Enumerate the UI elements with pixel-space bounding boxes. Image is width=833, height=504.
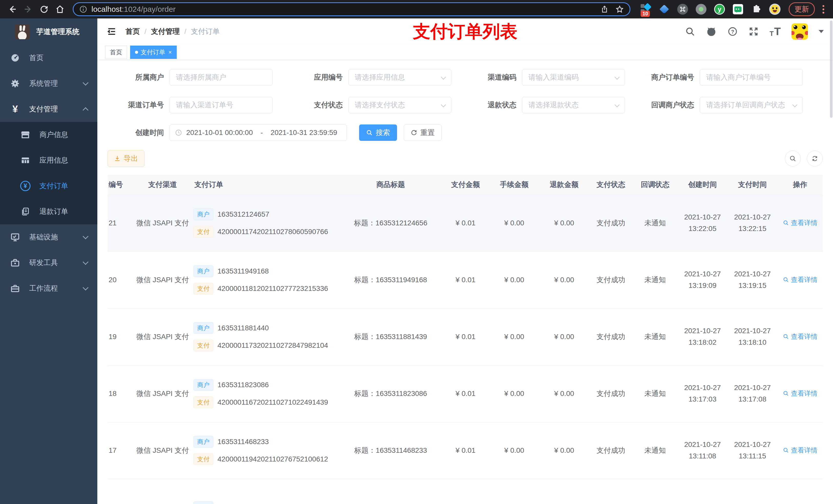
merchant-order-no: 1635311949168 <box>217 267 269 275</box>
fullscreen-icon[interactable] <box>748 26 759 37</box>
refund-status-filter-select[interactable] <box>522 97 625 113</box>
merchant-order-no-filter-input[interactable] <box>700 69 803 86</box>
extension-stack-icon[interactable]: 10 <box>640 4 651 15</box>
tab-close-icon[interactable]: × <box>168 49 172 56</box>
channel-order-no-filter-label: 渠道订单号 <box>108 100 164 110</box>
search-icon <box>783 277 789 283</box>
sidebar-item-infra[interactable]: 基础设施 <box>0 224 97 250</box>
view-detail-link[interactable]: 查看详情 <box>783 218 818 227</box>
merchant-filter-input[interactable] <box>170 69 272 86</box>
sidebar-item-app-info[interactable]: 应用信息 <box>0 147 97 173</box>
pay-status: 支付成功 <box>589 251 633 308</box>
refund-amount: ¥ 0.00 <box>539 308 589 365</box>
merchant-order-no: 1635311881440 <box>217 324 269 332</box>
sidebar-item-merchant-info[interactable]: 商户信息 <box>0 122 97 147</box>
sidebar-item-dev-tools[interactable]: 研发工具 <box>0 250 97 275</box>
pay-time: 2021-10-2713:17:08 <box>728 365 778 422</box>
search-icon[interactable] <box>685 26 695 37</box>
chat-extension-icon[interactable] <box>732 4 744 15</box>
merchant-tag: 商户 <box>193 436 213 448</box>
refund-amount <box>539 479 589 504</box>
channel-order-no-filter-input[interactable] <box>170 97 272 113</box>
topbar: 首页 / 支付管理 / 支付订单 支付订单列表 ? TT <box>97 19 833 45</box>
sidebar-item-payment[interactable]: ¥ 支付管理 <box>0 96 97 122</box>
url-bar[interactable]: localhost:1024/pay/order <box>73 2 630 16</box>
fee-amount: ¥ 0.00 <box>489 365 539 422</box>
sidebar-item-workflow[interactable]: 工作流程 <box>0 275 97 301</box>
table-row[interactable]: 18 微信 JSAPI 支付 商户 1635311823086 支付 42000… <box>108 365 823 422</box>
table-row[interactable]: 20 微信 JSAPI 支付 商户 1635311949168 支付 42000… <box>108 251 823 308</box>
profile-emoji-icon[interactable] <box>769 4 781 15</box>
pay-tag: 支付 <box>193 283 213 294</box>
channel-code-filter-select[interactable] <box>522 69 625 86</box>
col-title: 商品标题 <box>339 175 442 195</box>
grid-icon <box>20 155 31 165</box>
app-logo: 芋道管理系统 <box>0 19 97 45</box>
breadcrumb-payment[interactable]: 支付管理 <box>151 27 180 37</box>
export-button[interactable]: 导出 <box>108 150 144 167</box>
clock-icon <box>175 129 182 136</box>
pay-channel: 微信 JSAPI 支付 <box>132 195 193 251</box>
table-row[interactable]: 17 微信 JSAPI 支付 商户 1635311468233 支付 42000… <box>108 422 823 479</box>
sidebar-item-pay-order[interactable]: ¥ 支付订单 <box>0 173 97 199</box>
pay-status-filter-select[interactable] <box>348 97 451 113</box>
font-size-icon[interactable]: TT <box>769 26 781 37</box>
view-detail-link[interactable]: 查看详情 <box>783 275 818 284</box>
sidebar-item-system[interactable]: 系统管理 <box>0 71 97 96</box>
pay-status: 支付成功 <box>589 365 633 422</box>
breadcrumb-home[interactable]: 首页 <box>125 27 140 37</box>
date-range-input[interactable]: 2021-10-01 00:00:00 - 2021-10-31 23:59:5… <box>170 124 347 141</box>
view-detail-link[interactable]: 查看详情 <box>783 332 818 341</box>
briefcase-icon <box>10 284 21 293</box>
app-filter-select[interactable] <box>348 69 451 86</box>
tab-pay-order[interactable]: 支付订单 × <box>130 46 177 59</box>
tags-view: 首页 支付订单 × <box>97 45 833 60</box>
pay-time: 2021-10-2713:18:10 <box>728 308 778 365</box>
table-row[interactable]: 19 微信 JSAPI 支付 商户 1635311881440 支付 42000… <box>108 308 823 365</box>
help-icon[interactable]: ? <box>728 26 738 37</box>
reload-button[interactable] <box>38 3 51 16</box>
page-scrollbar[interactable] <box>830 21 832 118</box>
merchant-tag: 商户 <box>193 209 213 220</box>
view-detail-link[interactable]: 查看详情 <box>783 389 818 398</box>
sidebar-item-refund-order[interactable]: 退款订单 <box>0 199 97 224</box>
search-button[interactable]: 搜索 <box>359 124 397 141</box>
app-title: 芋道管理系统 <box>37 27 79 37</box>
table-row[interactable]: 商户 1635311351726 <box>108 479 823 504</box>
share-icon[interactable] <box>600 5 609 13</box>
back-button[interactable] <box>6 3 19 16</box>
bookmark-star-icon[interactable] <box>615 5 624 14</box>
col-refund: 退款金额 <box>539 175 589 195</box>
reset-button[interactable]: 重置 <box>404 124 442 141</box>
chrome-menu-icon[interactable] <box>819 5 827 14</box>
github-icon[interactable] <box>706 26 717 37</box>
command-extension-icon[interactable] <box>677 4 688 15</box>
order-id: 17 <box>108 422 132 479</box>
kite-extension-icon[interactable] <box>659 4 670 15</box>
sidebar-item-home[interactable]: 首页 <box>0 45 97 71</box>
fee-amount: ¥ 0.00 <box>489 251 539 308</box>
avatar[interactable] <box>791 23 808 40</box>
home-button[interactable] <box>53 3 67 16</box>
chrome-update-button[interactable]: 更新 <box>789 2 815 16</box>
toggle-search-button[interactable] <box>785 150 801 166</box>
create-time <box>677 479 728 504</box>
puzzle-extensions-icon[interactable] <box>751 4 762 15</box>
forward-button[interactable] <box>22 3 35 16</box>
chevron-down-icon <box>83 234 89 239</box>
tab-home[interactable]: 首页 <box>105 46 127 59</box>
refresh-button[interactable] <box>807 150 823 166</box>
view-detail-link[interactable]: 查看详情 <box>783 446 818 455</box>
sidebar-collapse-icon[interactable] <box>106 26 117 37</box>
table-row[interactable]: 21 微信 JSAPI 支付 商户 1635312124657 支付 42000… <box>108 195 823 251</box>
fee-amount: ¥ 0.00 <box>489 422 539 479</box>
refund-amount: ¥ 0.00 <box>539 422 589 479</box>
channel-order-no: 4200001173202110272847982104 <box>217 341 328 350</box>
search-icon <box>789 155 796 162</box>
notify-status-filter-select[interactable] <box>700 97 803 113</box>
y-extension-icon[interactable]: y <box>714 4 725 15</box>
app-filter-label: 应用编号 <box>278 72 343 82</box>
avatar-caret-icon[interactable] <box>819 30 824 33</box>
notify-status: 未通知 <box>633 308 677 365</box>
recorder-extension-icon[interactable] <box>695 4 707 15</box>
